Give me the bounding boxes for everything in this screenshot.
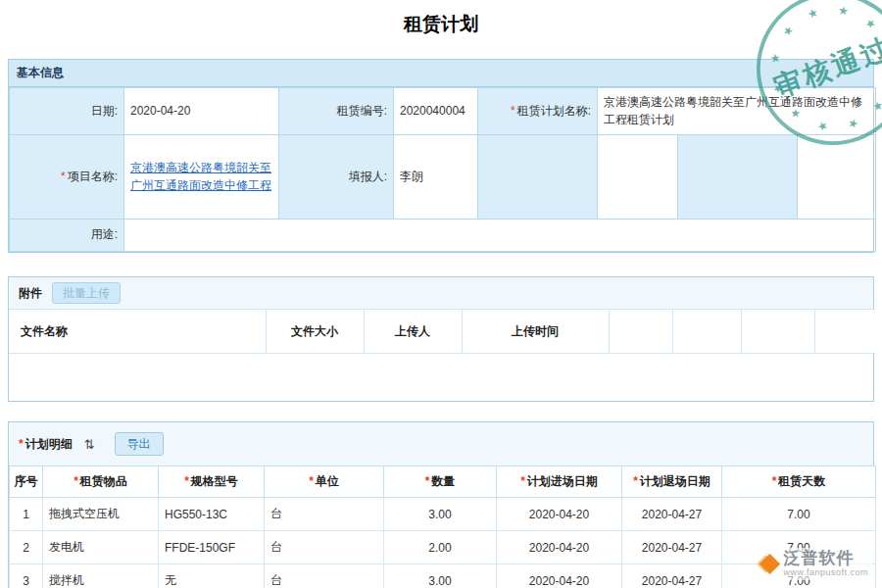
basic-info-title: 基本信息 — [17, 66, 64, 79]
rent-no-value: 2020040004 — [400, 104, 466, 118]
required-marker: * — [511, 104, 515, 118]
purpose-value-cell — [124, 220, 876, 252]
required-marker: * — [425, 474, 430, 488]
cell-seq: 1 — [10, 498, 43, 531]
col-header-upload-time: 上传时间 — [462, 310, 609, 354]
cell-qty: 3.00 — [384, 498, 497, 531]
date-value: 2020-04-20 — [130, 104, 190, 118]
required-marker: * — [19, 437, 24, 451]
reporter-label-cell: 填报人: — [279, 135, 394, 220]
plan-details-section: *计划明细 ⇅ 导出 序号 *租赁物品 *规格型号 *单位 *数量 *计划进场日… — [8, 421, 874, 588]
cell-model: FFDE-150GF — [159, 531, 265, 564]
required-marker: * — [61, 170, 66, 183]
cell-seq: 2 — [10, 531, 43, 564]
required-marker: * — [633, 474, 638, 488]
purpose-label: 用途: — [91, 227, 118, 241]
rent-no-value-cell: 2020040004 — [394, 88, 478, 135]
plan-details-table: 序号 *租赁物品 *规格型号 *单位 *数量 *计划进场日期 *计划退场日期 *… — [9, 466, 876, 588]
empty-label-cell — [678, 135, 798, 220]
cell-unit: 台 — [265, 564, 384, 588]
cell-start-date: 2020-04-20 — [497, 564, 622, 588]
col-header-empty — [672, 310, 741, 354]
table-row[interactable]: 2 发电机 FFDE-150GF 台 2.00 2020-04-20 2020-… — [10, 531, 876, 564]
start-date-header-label: 计划进场日期 — [527, 474, 598, 488]
empty-value-cell — [798, 135, 876, 220]
col-header-filename: 文件名称 — [9, 310, 266, 354]
unit-header-label: 单位 — [316, 474, 339, 488]
basic-info-table: 日期: 2020-04-20 租赁编号: 2020040004 *租赁计划名称:… — [9, 87, 876, 252]
cell-model: HG550-13C — [159, 498, 265, 531]
cell-unit: 台 — [265, 531, 384, 564]
vendor-brand: 泛普软件 — [783, 550, 868, 568]
project-value-cell: 京港澳高速公路粤境韶关至广州互通路面改造中修工程 — [124, 135, 279, 220]
batch-upload-button[interactable]: 批量上传 — [52, 282, 121, 304]
rent-no-label-cell: 租赁编号: — [279, 88, 394, 135]
attachments-title: 附件 — [19, 285, 42, 302]
qty-header-label: 数量 — [431, 474, 455, 488]
project-link[interactable]: 京港澳高速公路粤境韶关至广州互通路面改造中修工程 — [130, 161, 271, 191]
filesize-header-label: 文件大小 — [291, 324, 338, 338]
model-header-label: 规格型号 — [191, 474, 238, 488]
table-row[interactable]: 3 搅拌机 无 台 3.00 2020-04-20 2020-04-27 7.0… — [10, 564, 876, 588]
page-title: 租赁计划 — [0, 0, 882, 37]
cell-start-date: 2020-04-20 — [497, 531, 622, 564]
plan-name-value: 京港澳高速公路粤境韶关至广州互通路面改造中修工程租赁计划 — [604, 95, 862, 125]
cell-days: 7.00 — [722, 498, 876, 531]
col-header-empty — [741, 310, 814, 354]
vendor-watermark: 泛普软件 www.fanpusoft.com — [759, 548, 872, 580]
attachments-table: 文件名称 文件大小 上传人 上传时间 — [9, 309, 875, 354]
cell-seq: 3 — [10, 564, 43, 588]
cell-unit: 台 — [265, 498, 384, 531]
cell-qty: 3.00 — [384, 564, 497, 588]
uploader-header-label: 上传人 — [395, 324, 430, 338]
reporter-value-cell: 李朗 — [394, 135, 478, 220]
col-header-days: *租赁天数 — [722, 466, 876, 498]
required-marker: * — [520, 474, 525, 488]
cell-model: 无 — [159, 564, 265, 588]
date-value-cell: 2020-04-20 — [124, 88, 279, 135]
attachments-empty-area — [9, 354, 873, 401]
cell-end-date: 2020-04-27 — [622, 564, 722, 588]
col-header-empty — [609, 310, 672, 354]
rent-no-label: 租赁编号: — [337, 104, 387, 118]
attachments-header: 附件 批量上传 — [9, 277, 873, 309]
purpose-label-cell: 用途: — [10, 220, 124, 252]
required-marker: * — [184, 474, 189, 488]
plan-details-header: *计划明细 ⇅ 导出 — [9, 422, 873, 466]
attachments-section: 附件 批量上传 文件名称 文件大小 上传人 上传时间 — [8, 276, 874, 402]
vendor-logo-icon — [760, 554, 780, 574]
date-label-cell: 日期: — [10, 88, 124, 135]
upload-time-header-label: 上传时间 — [512, 324, 559, 338]
vendor-text-wrap: 泛普软件 www.fanpusoft.com — [783, 550, 868, 578]
empty-label-cell — [478, 135, 598, 220]
basic-info-header: 基本信息 — [9, 60, 873, 87]
project-label-cell: *项目名称: — [10, 135, 124, 220]
cell-item: 发电机 — [43, 531, 159, 564]
col-header-unit: *单位 — [265, 466, 384, 498]
plan-name-label-cell: *租赁计划名称: — [478, 88, 598, 135]
item-header-label: 租赁物品 — [80, 474, 127, 488]
reporter-value: 李朗 — [400, 170, 423, 183]
cell-item: 搅拌机 — [43, 564, 159, 588]
export-button[interactable]: 导出 — [115, 432, 164, 456]
sort-icon[interactable]: ⇅ — [84, 437, 95, 452]
required-marker: * — [74, 474, 78, 488]
days-header-label: 租赁天数 — [778, 474, 825, 488]
plan-name-value-cell: 京港澳高速公路粤境韶关至广州互通路面改造中修工程租赁计划 — [598, 88, 876, 135]
end-date-header-label: 计划退场日期 — [640, 474, 710, 488]
col-header-empty — [814, 310, 875, 354]
filename-header-label: 文件名称 — [21, 324, 68, 338]
col-header-qty: *数量 — [384, 466, 497, 498]
project-label: 项目名称: — [68, 170, 118, 183]
empty-value-cell — [598, 135, 678, 220]
basic-info-section: 基本信息 日期: 2020-04-20 租赁编号: 2020040004 *租赁… — [8, 59, 874, 253]
col-header-end-date: *计划退场日期 — [622, 466, 722, 498]
table-row[interactable]: 1 拖拽式空压机 HG550-13C 台 3.00 2020-04-20 202… — [10, 498, 876, 531]
col-header-seq: 序号 — [10, 466, 43, 498]
col-header-item: *租赁物品 — [43, 466, 159, 498]
cell-start-date: 2020-04-20 — [497, 498, 622, 531]
cell-item: 拖拽式空压机 — [43, 498, 159, 531]
required-marker: * — [772, 474, 777, 488]
cell-qty: 2.00 — [384, 531, 497, 564]
details-header-row: 序号 *租赁物品 *规格型号 *单位 *数量 *计划进场日期 *计划退场日期 *… — [10, 466, 876, 498]
